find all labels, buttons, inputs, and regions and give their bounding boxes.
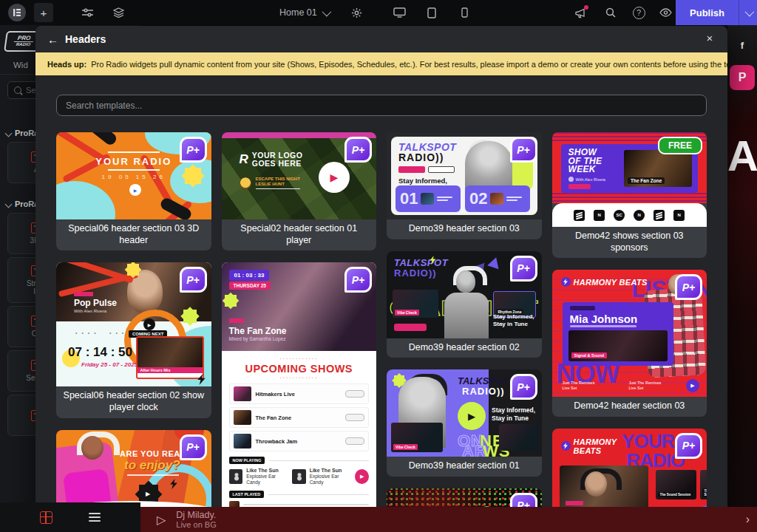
page-settings-gear-button[interactable] (346, 0, 367, 25)
elementor-logo-button[interactable] (6, 0, 28, 25)
page-selector-dropdown[interactable]: Home 01 (279, 0, 329, 25)
pro-badge: P+ (344, 137, 372, 163)
plus-icon: + (34, 3, 53, 22)
pro-radio-fab[interactable]: P (730, 65, 755, 90)
widget-section-header[interactable]: ProRa (6, 200, 38, 208)
show-name: The Fan Zone (256, 415, 342, 421)
template-card-special06-show-player-clock[interactable]: Pop Pulse With Alex Rivera • • • • • • •… (56, 262, 211, 417)
bt-line2: Live Set (628, 386, 643, 390)
mini-video-card: Vibe Check (393, 290, 438, 318)
bt-line1: Just The Remixes (563, 381, 595, 385)
lightning-icon (170, 479, 177, 489)
show-name: Throwback Jam (256, 438, 342, 445)
number-card-1: 01 (396, 185, 461, 212)
photo-caption: The Fan Zone (628, 177, 665, 184)
template-card-demo39-header-03[interactable]: TALKSPOT RADIO)) Stay Informed,Stay in T… (387, 132, 542, 239)
grid-column-1: YOUR RADIO 19 05 15 26 ▶ P+ Special06 he… (56, 132, 211, 532)
template-card-demo39-header-01[interactable]: TALKSPOT RADIO)) ▶ Stay Informed,Stay in… (387, 369, 542, 477)
decor-pill (568, 184, 591, 189)
decor-face (585, 471, 607, 497)
site-settings-sliders-button[interactable] (77, 0, 98, 25)
template-card-demo42-header-03[interactable]: LISTEN NOW HARMONY BEATS Mia Johnson (552, 270, 707, 417)
publish-options-button[interactable] (739, 0, 757, 25)
template-thumbnail: TALKSPOT RADIO)) ▶ Stay Informed,Stay in… (387, 369, 542, 457)
next-chevron-icon[interactable]: › (746, 513, 750, 526)
decor-mic (86, 132, 119, 147)
chevron-down-icon (744, 7, 754, 16)
finder-search-button[interactable] (600, 0, 621, 25)
grid-column-2: R YOUR LOGOGOES HERE ESCAPE THIS NIGHTLE… (222, 132, 377, 532)
song-text: ESCAPE THIS NIGHTLESLIE HUNT (256, 177, 300, 189)
show-row: Throwback Jam (229, 431, 370, 451)
track-lines (437, 195, 456, 202)
thumb-show-title: The Fan Zone (229, 326, 287, 336)
page-preview-strip: f P A (727, 25, 757, 507)
help-button[interactable]: ? (628, 0, 649, 25)
modal-body: YOUR RADIO 19 05 15 26 ▶ P+ Special06 he… (35, 75, 727, 532)
decor-face (81, 436, 103, 460)
close-button[interactable]: × (702, 32, 717, 44)
now-playing: ESCAPE THIS NIGHTLESLIE HUNT (240, 177, 300, 189)
template-label: Special02 header section 01 player (222, 219, 377, 250)
mini-video-card: Signal & Sound (568, 330, 668, 361)
preview-button[interactable] (655, 0, 676, 25)
template-card-upcoming-shows[interactable]: 01 : 03 : 33 THURSDAY 25 The Fan Zone Mi… (222, 262, 377, 524)
live-player-bar: ▷ Dj Milady. Live on BG › (140, 507, 757, 532)
tagline-line1: Stay Informed, (492, 406, 535, 414)
sponsor-logo-n: N (634, 210, 645, 221)
decor-strip (138, 373, 203, 378)
chevron-down-icon (322, 7, 331, 16)
whats-new-button[interactable] (569, 0, 591, 25)
layers-icon (113, 7, 124, 18)
sponsor-logo-sc: SC (614, 210, 625, 221)
bt-line1: Just The Remixes (628, 381, 661, 385)
sponsor-logo-news: N (594, 210, 605, 221)
template-thumbnail: TALKSPOT RADIO)) Stay Informed,Stay in T… (387, 132, 542, 219)
template-card-demo42-sponsors[interactable]: SHOWOF THEWEEK With Alex Rivera The Fan … (552, 132, 707, 258)
add-element-button[interactable]: + (33, 0, 55, 25)
show-photo: The Fan Zone (624, 150, 692, 187)
show-thumb (234, 434, 251, 449)
template-card-special06-3d-header[interactable]: YOUR RADIO 19 05 15 26 ▶ P+ Special06 he… (56, 132, 211, 250)
host-name: With Alex Rivera (576, 177, 605, 182)
logo-text: YOUR LOGOGOES HERE (252, 151, 303, 168)
facebook-icon[interactable]: f (727, 40, 757, 51)
play-outline-icon[interactable]: ▷ (157, 513, 166, 527)
template-grid: YOUR RADIO 19 05 15 26 ▶ P+ Special06 he… (56, 132, 707, 532)
number-card-2: 02 (465, 185, 530, 212)
track-artist: Explosive Ear Candy (246, 474, 276, 485)
structure-layers-button[interactable] (108, 0, 129, 25)
thumb-show-host: Mixed by Samantha Lopez (229, 336, 286, 341)
widget-section-header[interactable]: ProRa (6, 129, 38, 137)
decor-pill (398, 166, 425, 173)
back-button[interactable]: ← (47, 33, 65, 46)
menu-hamburger-icon[interactable] (89, 513, 101, 522)
thumb-date: Friday 25 - 07 - 2025 (81, 361, 138, 368)
harmony-beats-logo: HARMONY BEATS (561, 277, 648, 287)
chevron-icon (5, 200, 13, 208)
tab-widgets[interactable]: Wid (13, 61, 28, 69)
elementor-logo-icon (8, 4, 26, 21)
logo-line2: BEATS (574, 446, 602, 455)
player-title: Dj Milady. (176, 511, 216, 520)
play-button-icon: ▶ (129, 184, 141, 196)
device-desktop-button[interactable] (389, 0, 410, 25)
song-line2: LESLIE HUNT (256, 182, 285, 186)
decor-pill (74, 292, 93, 296)
device-mobile-button[interactable] (454, 0, 475, 25)
decor-pill (566, 501, 583, 505)
logo-line2: RADIO (13, 41, 33, 47)
bottom-row: Just The RemixesLive Set Just The Remixe… (563, 379, 700, 392)
template-thumbnail: R YOUR LOGOGOES HERE ESCAPE THIS NIGHTLE… (222, 132, 377, 219)
template-search-input[interactable] (56, 95, 707, 116)
device-tablet-button[interactable] (421, 0, 442, 25)
pro-badge: P+ (675, 433, 702, 459)
decor-star (225, 295, 237, 307)
template-card-special02-player[interactable]: R YOUR LOGOGOES HERE ESCAPE THIS NIGHTLE… (222, 132, 377, 250)
upcoming-heading: UPCOMING SHOWS (229, 363, 370, 375)
apps-grid-icon[interactable] (40, 511, 52, 524)
track-title: Like The Sun (310, 468, 352, 474)
editor-topbar: + Home 01 ? Publish (0, 0, 757, 25)
template-card-demo39-header-02[interactable]: ONAIR NEXT TALKSPOT RADIO)) Vibe Check R… (387, 251, 542, 358)
publish-button[interactable]: Publish (676, 7, 739, 18)
